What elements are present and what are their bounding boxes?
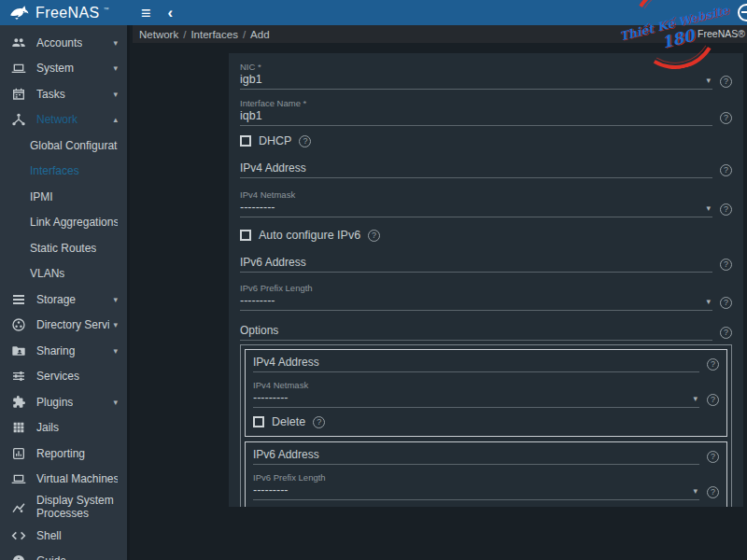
ipv6-address-field[interactable]: IPv6 Address ? (240, 256, 732, 273)
alias-ipv4-netmask-label: IPv4 Netmask (253, 380, 719, 390)
help-icon[interactable]: ? (720, 297, 732, 309)
sidebar-item-jails[interactable]: Jails (0, 415, 127, 441)
sidebar-item-label: Services (36, 370, 79, 383)
code-icon (11, 528, 26, 543)
help-icon[interactable]: ? (707, 486, 719, 498)
alias-container: IPv4 Address ? IPv4 Netmask --------- ▾ … (240, 344, 732, 507)
sidebar-item-storage[interactable]: Storage ▾ (0, 287, 127, 313)
alias-ipv4-address-field[interactable]: IPv4 Address ? (253, 356, 719, 372)
alias-ipv6-address-field[interactable]: IPv6 Address ? (253, 448, 719, 465)
sidebar-item-display-system-processes[interactable]: Display System Processes (0, 492, 127, 523)
ipv6-address-label: IPv6 Address (240, 256, 306, 269)
ipv4-alias-box: IPv4 Address ? IPv4 Netmask --------- ▾ … (245, 349, 727, 437)
sidebar-item-static-routes[interactable]: Static Routes (0, 235, 127, 261)
shark-icon (7, 4, 32, 22)
ipv4-netmask-field[interactable]: IPv4 Netmask --------- ▾ ? (240, 189, 732, 217)
options-section: Options ? (240, 324, 732, 341)
alias-ipv4-delete-checkbox[interactable]: Delete ? (253, 415, 719, 428)
checkbox-icon[interactable] (253, 416, 264, 427)
interface-name-field[interactable]: Interface Name * iqb1 ? (240, 98, 732, 126)
sidebar-item-accounts[interactable]: Accounts ▾ (0, 30, 127, 56)
trademark: ™ (104, 7, 109, 12)
sidebar-item-directory-services[interactable]: Directory Services ▾ (0, 313, 127, 339)
dropdown-arrow-icon[interactable]: ▾ (693, 486, 699, 496)
main-area: Network / Interfaces / Add FreeNAS® NIC … (133, 25, 747, 560)
hamburger-menu-icon[interactable]: ≡ (141, 5, 151, 21)
ipv6-prefix-length-field[interactable]: IPv6 Prefix Length --------- ▾ ? (240, 283, 732, 311)
partial-toolbar-icon[interactable] (738, 4, 747, 21)
dropdown-arrow-icon[interactable]: ▾ (706, 297, 712, 306)
breadcrumb: Network / Interfaces / Add FreeNAS® (133, 25, 747, 43)
sidebar-item-services[interactable]: Services (0, 364, 127, 390)
dropdown-arrow-icon[interactable]: ▾ (693, 394, 699, 403)
alias-ipv6-prefix-label: IPv6 Prefix Length (253, 472, 719, 483)
help-icon[interactable]: ? (707, 394, 719, 406)
checkbox-icon[interactable] (240, 230, 251, 241)
sidebar-item-label: IPMI (30, 190, 53, 203)
sidebar-item-vlans[interactable]: VLANs (0, 261, 127, 287)
chevron-down-icon: ▾ (109, 346, 118, 356)
breadcrumb-network[interactable]: Network (139, 29, 178, 40)
freenas-logo: FreeNAS ™ (0, 4, 130, 22)
ipv6-alias-box: IPv6 Address ? IPv6 Prefix Length ------… (245, 441, 727, 507)
alias-ipv4-netmask-field[interactable]: IPv4 Netmask --------- ▾ ? (253, 380, 719, 408)
help-icon[interactable]: ? (720, 164, 732, 176)
sidebar-item-label: VLANs (30, 267, 64, 280)
back-chevron-icon[interactable]: ‹ (168, 5, 174, 21)
sidebar-item-link-aggregations[interactable]: Link Aggregations (0, 210, 127, 236)
alias-ipv4-address-label: IPv4 Address (253, 356, 319, 369)
dropdown-arrow-icon[interactable]: ▾ (706, 76, 712, 85)
breadcrumb-separator: / (243, 29, 246, 40)
sidebar-item-system[interactable]: System ▾ (0, 56, 127, 82)
sidebar-item-shell[interactable]: Shell (0, 523, 127, 549)
sidebar-item-label: Storage (36, 293, 76, 306)
sidebar-item-label: Shell (36, 529, 62, 542)
sidebar-item-sharing[interactable]: Sharing ▾ (0, 338, 127, 364)
sidebar-item-virtual-machines[interactable]: Virtual Machines (0, 467, 127, 493)
sidebar-item-global-configuration[interactable]: Global Configuration (0, 133, 127, 159)
sidebar-item-tasks[interactable]: Tasks ▾ (0, 81, 127, 107)
help-icon[interactable]: ? (313, 416, 325, 428)
dots-circle-icon (11, 317, 26, 332)
chevron-down-icon: ▾ (109, 320, 118, 329)
help-icon[interactable]: ? (720, 203, 732, 216)
dhcp-label: DHCP (259, 134, 291, 147)
nic-field[interactable]: NIC * igb1 ▾ ? (240, 62, 732, 90)
sidebar-item-label: Accounts (36, 36, 82, 49)
help-icon[interactable]: ? (720, 112, 732, 124)
alias-ipv4-delete-label: Delete (272, 415, 305, 428)
calendar-icon (11, 87, 26, 102)
auto-configure-ipv6-checkbox[interactable]: Auto configure IPv6 ? (240, 229, 732, 242)
sidebar-item-guide[interactable]: Guide (0, 549, 127, 560)
help-icon[interactable]: ? (720, 259, 732, 271)
sidebar-item-reporting[interactable]: Reporting (0, 441, 127, 467)
chevron-down-icon: ▾ (109, 398, 118, 407)
help-icon[interactable]: ? (707, 358, 719, 371)
sidebar-item-ipmi[interactable]: IPMI (0, 184, 127, 210)
checkbox-icon[interactable] (240, 135, 251, 147)
puzzle-icon (11, 395, 26, 410)
help-icon[interactable]: ? (720, 76, 732, 88)
breadcrumb-interfaces[interactable]: Interfaces (190, 29, 238, 40)
interface-name-label: Interface Name * (240, 98, 732, 108)
chevron-down-icon: ▾ (109, 295, 118, 304)
help-icon[interactable]: ? (368, 230, 380, 242)
help-icon[interactable]: ? (720, 327, 732, 339)
sidebar-item-label: System (36, 62, 74, 75)
interface-name-value: iqb1 (240, 109, 262, 122)
alias-ipv6-prefix-value: --------- (253, 483, 288, 497)
trend-icon (11, 500, 26, 515)
help-icon[interactable]: ? (707, 451, 719, 463)
laptop-icon (11, 61, 26, 76)
dhcp-checkbox[interactable]: DHCP ? (240, 134, 732, 147)
grid-icon (11, 420, 26, 435)
options-heading: Options (240, 324, 278, 337)
alias-ipv6-prefix-field[interactable]: IPv6 Prefix Length --------- ▾ ? (253, 472, 719, 500)
help-icon[interactable]: ? (299, 135, 311, 147)
sliders-icon (11, 369, 26, 384)
sidebar-item-plugins[interactable]: Plugins ▾ (0, 389, 127, 415)
sidebar-item-interfaces[interactable]: Interfaces (0, 159, 127, 185)
ipv4-address-field[interactable]: IPv4 Address ? (240, 161, 732, 178)
dropdown-arrow-icon[interactable]: ▾ (706, 203, 712, 213)
sidebar-item-network[interactable]: Network ▴ (0, 107, 127, 133)
